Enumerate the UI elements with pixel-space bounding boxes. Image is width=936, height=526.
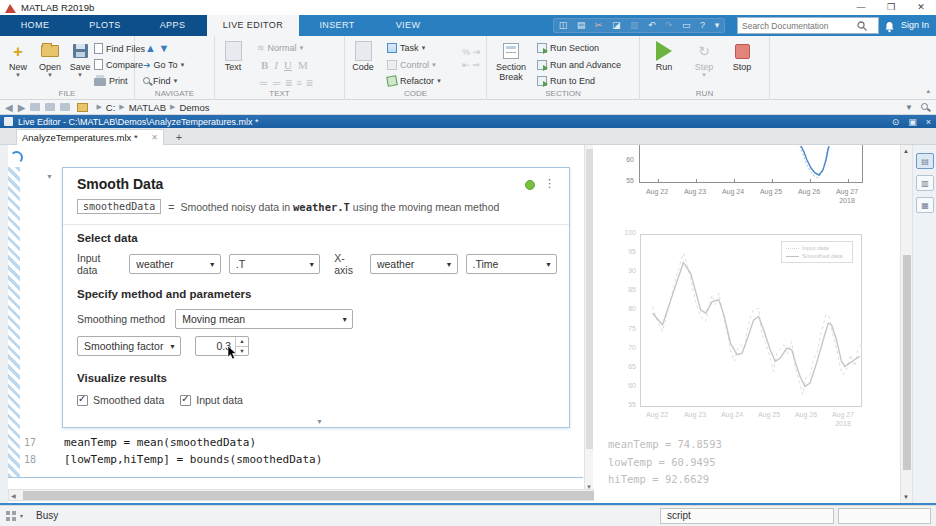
run-to-end-button[interactable]: Run to End <box>537 74 595 87</box>
new-icon: + <box>13 43 23 60</box>
back-icon[interactable]: ◀ <box>5 102 13 113</box>
section-break-button[interactable]: SectionBreak <box>491 40 531 82</box>
smoothed-data-checkbox[interactable] <box>77 395 88 406</box>
temperature-plot-top <box>639 145 863 183</box>
ribbon-group-text: Text ≋Normal▼ B I U M ≔ ≕ ≣ ≡ ≣ TEXT <box>215 36 345 100</box>
stop-button[interactable]: Stop <box>726 40 758 72</box>
output-hide-button[interactable]: ▦ <box>916 197 934 213</box>
sign-in-link[interactable]: Sign In <box>901 15 929 36</box>
smoothing-method-dropdown[interactable]: Moving mean▼ <box>175 309 353 329</box>
run-section-button[interactable]: Run Section <box>537 41 599 54</box>
editor-area: ▼ Smooth Data ⋮ smoothedData = Smoothed … <box>0 145 936 503</box>
output-scroll-down-icon[interactable]: ▼ <box>903 494 909 500</box>
input-data-checkbox-label: Input data <box>196 394 243 406</box>
layout-grid-icon[interactable] <box>6 511 16 521</box>
ribbon-collapse-icon[interactable]: ▴ <box>926 87 930 95</box>
output-vertical-scrollbar[interactable]: ▲ ▼ <box>900 145 912 503</box>
code-line-17[interactable]: meanTemp = mean(smoothedData) <box>64 436 256 449</box>
smoothing-factor-spinner[interactable]: 0.3 ▲▼ <box>195 336 249 356</box>
task-bottom-collapse-icon[interactable]: ▼ <box>316 418 323 425</box>
breadcrumb-matlab[interactable]: MATLAB <box>129 102 166 113</box>
file-type-status: script <box>660 508 834 524</box>
go-to-button[interactable]: ➔Go To▼ <box>143 58 185 71</box>
browse-folder-icon[interactable] <box>45 103 55 111</box>
find-icon <box>143 77 150 84</box>
save-button[interactable]: Save▼ <box>64 40 96 78</box>
go-to-icon: ➔ <box>143 60 151 70</box>
output-right-button[interactable]: ▥ <box>916 175 934 191</box>
tab-plots[interactable]: PLOTS <box>70 15 140 36</box>
run-button[interactable]: Run <box>648 40 680 72</box>
panel-dropdown-icon[interactable]: ⊙ <box>892 117 900 127</box>
switch-window-icon[interactable]: ▭ <box>682 19 691 32</box>
notifications-bell-icon[interactable] <box>884 19 895 37</box>
minimize-button[interactable]: — <box>846 0 876 15</box>
editor-vertical-scrollbar[interactable]: ▼ <box>584 145 593 492</box>
spinner-down-icon[interactable]: ▼ <box>236 346 248 355</box>
task-summary: Smoothed noisy data in weather.T using t… <box>180 201 499 213</box>
undo-icon[interactable]: ↶ <box>648 19 656 32</box>
new-button[interactable]: + New▼ <box>2 40 34 78</box>
ribbon-group-run: Run ↻ Step▼ Stop RUN <box>640 36 770 100</box>
group-label-file: FILE <box>0 89 134 98</box>
task-collapse-icon[interactable]: ▼ <box>46 173 53 180</box>
tab-home[interactable]: HOME <box>0 15 70 36</box>
task-button[interactable]: Task▼ <box>387 41 426 54</box>
address-dropdown-icon[interactable]: ▼ <box>905 103 913 112</box>
tab-view[interactable]: VIEW <box>375 15 441 36</box>
copy-icon[interactable]: ◪ <box>612 19 621 32</box>
qat-dropdown-icon[interactable]: ▾ <box>715 19 720 32</box>
refactor-button[interactable]: Refactor▼ <box>387 74 442 87</box>
task-menu-icon[interactable]: ⋮ <box>544 177 555 190</box>
breadcrumb-demos[interactable]: Demos <box>179 102 209 113</box>
layout-grid-caret-icon[interactable]: ▾ <box>20 512 23 519</box>
recent-folders-icon[interactable] <box>60 103 70 111</box>
panel-close-icon[interactable]: × <box>926 117 931 127</box>
run-and-advance-button[interactable]: Run and Advance <box>537 58 621 71</box>
close-button[interactable]: ✕ <box>906 0 936 15</box>
tab-close-icon[interactable]: ✕ <box>151 133 158 142</box>
cut-icon[interactable]: ✂ <box>595 19 603 32</box>
tab-live-editor[interactable]: LIVE EDITOR <box>207 15 299 36</box>
breadcrumb-drive[interactable]: C: <box>106 102 116 113</box>
open-button[interactable]: Open▼ <box>34 40 66 78</box>
output-scroll-thumb[interactable] <box>903 255 911 470</box>
x-axis-dropdown[interactable]: weather▼ <box>370 254 458 274</box>
navigate-up-icon[interactable]: ▲ <box>145 42 156 54</box>
plot1-xtick: Aug 22 <box>637 188 677 195</box>
scroll-left-icon[interactable]: ◀ <box>11 492 16 499</box>
tab-insert[interactable]: INSERT <box>299 15 375 36</box>
new-tab-button[interactable]: + <box>169 129 189 145</box>
output-inline-button[interactable]: ▤ <box>916 153 934 169</box>
plot1-year-label: 2018 <box>827 197 867 204</box>
output-scroll-up-icon[interactable]: ▲ <box>903 148 909 154</box>
forward-icon[interactable]: ▶ <box>18 102 26 113</box>
search-icon[interactable] <box>856 20 868 32</box>
find-button[interactable]: Find▼ <box>143 74 178 87</box>
spinner-up-icon[interactable]: ▲ <box>236 337 248 346</box>
output-variable-field[interactable]: smoothedData <box>77 199 161 214</box>
code-line-18[interactable]: [lowTemp,hiTemp] = bounds(smoothedData) <box>64 453 322 466</box>
tab-apps[interactable]: APPS <box>140 15 205 36</box>
navigate-down-icon[interactable]: ▼ <box>158 42 169 54</box>
panel-maximize-icon[interactable]: ▣ <box>908 117 917 127</box>
up-folder-icon[interactable] <box>30 103 40 111</box>
save-quick-icon[interactable]: ▤ <box>577 19 586 32</box>
stop-icon <box>735 44 750 59</box>
document-tab[interactable]: AnalyzeTemperatures.mlx * ✕ <box>16 129 164 145</box>
x-field-dropdown[interactable]: .Time▼ <box>466 254 557 274</box>
input-field-dropdown[interactable]: .T▼ <box>229 254 320 274</box>
smoothing-factor-dropdown[interactable]: Smoothing factor▼ <box>77 336 181 356</box>
input-data-dropdown[interactable]: weather▼ <box>129 254 220 274</box>
hscroll-thumb[interactable] <box>23 491 663 500</box>
search-input[interactable] <box>738 21 856 31</box>
group-label-code: CODE <box>345 89 486 98</box>
plot1-xtick: Aug 23 <box>675 188 715 195</box>
maximize-button[interactable]: ❒ <box>876 0 906 15</box>
address-search-icon[interactable] <box>921 103 928 110</box>
print-button[interactable]: Print <box>94 74 128 87</box>
open-quick-icon[interactable]: ◫ <box>559 19 568 32</box>
input-data-checkbox[interactable] <box>180 395 191 406</box>
help-icon[interactable]: ? <box>700 19 705 32</box>
plot2-xtick: Aug 26 <box>786 411 826 418</box>
